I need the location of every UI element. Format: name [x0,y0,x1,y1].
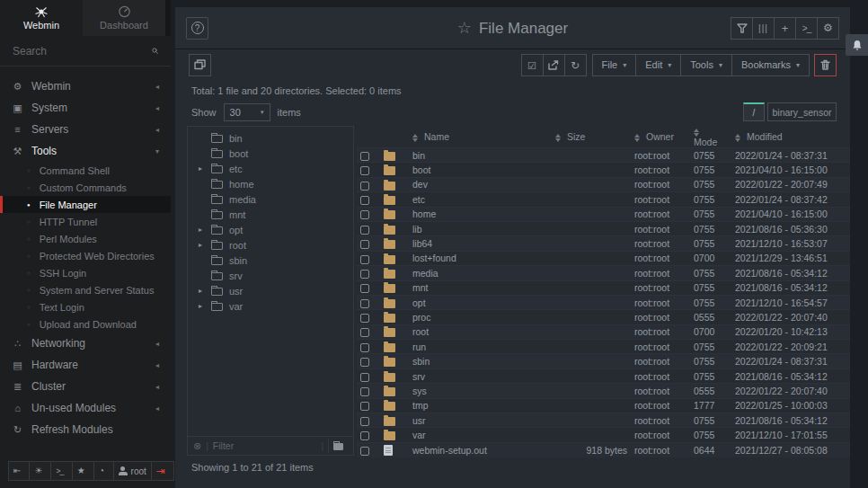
sidebar-item[interactable]: Custom Commands [0,179,171,196]
sidebar-item[interactable]: Upload and Download [0,315,171,333]
file-name-link[interactable]: mnt [412,282,429,293]
notifications-button[interactable] [846,34,868,56]
tree-item[interactable]: bin [188,130,353,146]
trash-button[interactable] [814,54,837,76]
file-name-link[interactable]: boot [412,164,430,175]
table-row[interactable]: var root:root 0755 2021/12/10 - 17:01:55 [357,428,850,442]
row-checkbox[interactable] [360,182,369,191]
table-row[interactable]: sys root:root 0555 2022/01/22 - 20:07:40 [357,384,850,398]
table-row[interactable]: lib64 root:root 0755 2021/12/10 - 16:53:… [357,236,850,251]
row-checkbox[interactable] [360,402,369,411]
clear-filter-icon[interactable] [193,440,201,452]
sidebar-category[interactable]: Webmin [0,75,171,97]
tree-item[interactable]: srv [188,268,353,283]
table-row[interactable]: dev root:root 0755 2022/01/22 - 20:07:49 [357,177,850,191]
file-name-link[interactable]: var [412,430,426,440]
col-owner[interactable]: Owner [631,126,690,148]
file-name-link[interactable]: media [412,268,438,279]
tree-item[interactable]: home [188,176,353,191]
sidebar-footer-button[interactable] [8,461,30,481]
table-row[interactable]: etc root:root 0755 2022/01/24 - 08:37:42 [357,192,850,207]
menu-edit[interactable]: Edit [635,54,681,76]
table-row[interactable]: sbin root:root 0755 2022/01/24 - 08:37:3… [357,354,850,368]
file-name-link[interactable]: srv [412,371,425,382]
sidebar-item[interactable]: Command Shell [0,162,171,179]
table-row[interactable]: bin root:root 0755 2022/01/24 - 08:37:31 [357,148,850,163]
file-name-link[interactable]: bin [412,150,425,161]
table-row[interactable]: root root:root 0700 2022/01/20 - 10:42:1… [357,324,850,339]
table-row[interactable]: run root:root 0755 2022/01/22 - 20:09:21 [357,340,850,354]
sidebar-footer-button[interactable] [93,461,114,481]
table-row[interactable]: tmp root:root 1777 2022/01/25 - 10:00:03 [357,398,850,413]
sidebar-category[interactable]: Servers [0,119,171,140]
menu-bookmarks[interactable]: Bookmarks [731,54,810,76]
filter-button[interactable] [731,17,753,40]
sidebar-category[interactable]: System [0,97,171,119]
table-row[interactable]: srv root:root 0755 2021/08/16 - 05:34:12 [357,368,850,383]
create-button[interactable] [774,17,796,40]
row-checkbox[interactable] [360,358,369,367]
tree-item[interactable]: mnt [188,207,353,222]
tree-folder-button[interactable] [328,439,348,453]
expand-arrow-icon[interactable] [199,287,205,295]
row-checkbox[interactable] [360,447,369,456]
expand-arrow-icon[interactable] [199,226,205,234]
row-checkbox[interactable] [360,387,369,396]
file-name-link[interactable]: tmp [412,400,429,411]
expand-arrow-icon[interactable] [199,164,205,173]
row-checkbox[interactable] [360,196,369,205]
row-checkbox[interactable] [360,152,369,161]
tree-item[interactable]: opt [188,222,353,237]
table-row[interactable]: opt root:root 0755 2021/12/10 - 16:54:57 [357,295,850,309]
row-checkbox[interactable] [360,328,369,337]
sidebar-footer-button[interactable] [72,461,94,481]
clone-window-button[interactable] [189,54,211,76]
page-size-select[interactable]: 30 [224,103,270,121]
row-checkbox[interactable] [360,431,369,440]
refresh-button[interactable] [564,54,587,76]
menu-file[interactable]: File [592,54,637,76]
table-row[interactable]: boot root:root 0755 2021/04/10 - 16:15:0… [357,163,850,177]
sidebar-item[interactable]: Perl Modules [0,230,171,247]
tab-webmin[interactable]: Webmin [0,0,83,36]
file-name-link[interactable]: sbin [412,356,430,367]
table-row[interactable]: lost+found root:root 0700 2021/12/29 - 1… [357,251,850,265]
row-checkbox[interactable] [360,314,369,323]
table-row[interactable]: mnt root:root 0755 2021/08/16 - 05:34:12 [357,280,850,295]
row-checkbox[interactable] [360,343,369,352]
file-name-link[interactable]: run [412,342,426,352]
row-checkbox[interactable] [360,299,369,308]
terminal-button[interactable] [795,17,818,40]
row-checkbox[interactable] [360,240,369,249]
sidebar-category[interactable]: Refresh Modules [0,419,171,440]
file-name-link[interactable]: opt [412,297,426,308]
row-checkbox[interactable] [360,417,369,426]
file-name-link[interactable]: root [412,326,429,337]
row-checkbox[interactable] [360,284,369,293]
sidebar-item[interactable]: Text Login [0,298,171,315]
table-row[interactable]: proc root:root 0555 2022/01/22 - 20:07:4… [357,310,850,324]
tree-item[interactable]: var [188,298,353,314]
col-mode[interactable]: Mode [690,126,731,148]
sidebar-category[interactable]: Networking [0,333,171,354]
sidebar-category[interactable]: Tools [0,140,171,162]
share-button[interactable] [543,54,565,76]
tree-item[interactable]: root [188,237,353,253]
table-row[interactable]: home root:root 0755 2021/04/10 - 16:15:0… [357,207,850,221]
sidebar-category[interactable]: Cluster [0,376,171,397]
table-row[interactable]: webmin-setup.out 918 bytes root:root 064… [357,442,850,457]
col-size[interactable]: Size [552,126,631,148]
file-name-link[interactable]: usr [412,415,426,426]
columns-button[interactable] [752,17,775,40]
breadcrumb-root[interactable]: / [743,102,765,121]
col-name[interactable]: Name [409,126,552,148]
sidebar-footer-button[interactable] [151,461,174,481]
tab-dashboard[interactable]: Dashboard [83,0,165,36]
menu-tools[interactable]: Tools [680,54,732,76]
file-name-link[interactable]: etc [412,194,425,205]
sidebar-footer-button[interactable] [50,461,72,481]
table-row[interactable]: lib root:root 0755 2021/08/16 - 05:36:30 [357,221,850,235]
sidebar-category[interactable]: Hardware [0,354,171,376]
sidebar-item[interactable]: SSH Login [0,264,171,281]
tree-item[interactable]: boot [188,146,353,161]
